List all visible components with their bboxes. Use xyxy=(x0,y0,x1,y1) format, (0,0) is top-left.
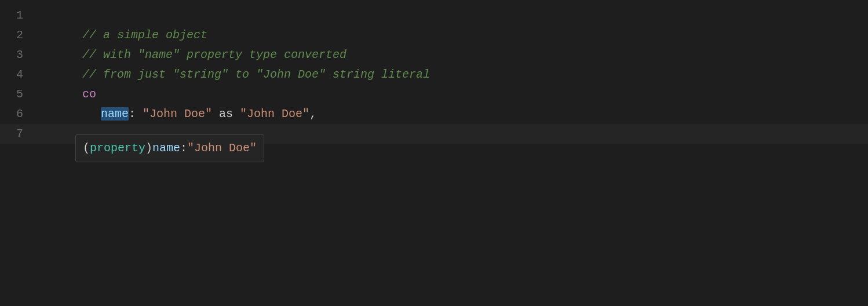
line-number-4: 4 xyxy=(0,65,35,85)
tooltip-colon: : xyxy=(180,139,187,158)
hover-tooltip: (property) name: "John Doe" xyxy=(75,134,264,162)
tooltip-string-value: "John Doe" xyxy=(187,139,257,158)
tooltip-open-paren: ( xyxy=(83,139,90,158)
code-line-4: 4 co (property) name: "John Doe" xyxy=(0,65,868,85)
line-number-1: 1 xyxy=(0,6,35,26)
code-line-1: 1 // a simple object xyxy=(0,6,868,26)
line-number-2: 2 xyxy=(0,26,35,45)
tooltip-close-paren: ) xyxy=(145,139,152,158)
line-number-3: 3 xyxy=(0,45,35,65)
code-line-2: 2 // with "name" property type converted xyxy=(0,26,868,45)
line-number-6: 6 xyxy=(0,104,35,124)
code-line-3: 3 // from just "string" to "John Doe" st… xyxy=(0,45,868,65)
line-number-5: 5 xyxy=(0,85,35,104)
code-line-6: 6 age: 23, xyxy=(0,104,868,124)
tooltip-property-name: name xyxy=(152,139,180,158)
line-number-7: 7 xyxy=(0,124,35,144)
tooltip-type: property xyxy=(90,139,145,158)
code-editor: 1 // a simple object 2 // with "name" pr… xyxy=(0,0,868,306)
code-line-5: 5 name: "John Doe" as "John Doe", xyxy=(0,85,868,104)
